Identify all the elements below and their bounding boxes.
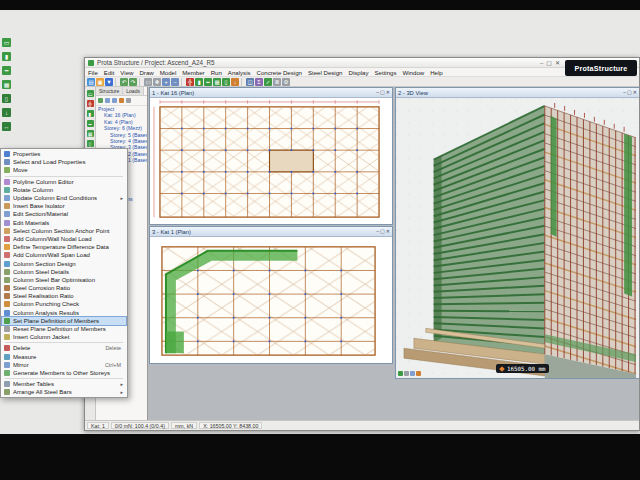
- plan1-title-bar[interactable]: 1 - Kat 16 (Plan) – ▢ ✕: [150, 88, 392, 98]
- plan1-canvas[interactable]: [150, 98, 392, 224]
- plan2-title-bar[interactable]: 3 - Kat 1 (Plan) – ▢ ✕: [150, 227, 392, 237]
- tree-toolbar-icon[interactable]: [105, 98, 110, 103]
- title-bar[interactable]: Prota Structure / Project: Ascend_A24_R5…: [85, 58, 639, 68]
- menu-item[interactable]: Concrete Design: [254, 69, 305, 76]
- context-menu-item[interactable]: Delete Delete: [2, 344, 126, 352]
- context-menu-item[interactable]: Member Tables ▸: [2, 380, 126, 388]
- context-menu-item[interactable]: Reset Plane Definition of Members: [2, 325, 126, 333]
- pan-3d-icon[interactable]: [410, 371, 415, 376]
- dock-icon[interactable]: ▯: [87, 140, 94, 147]
- context-menu-item[interactable]: Select and Load Properties: [2, 158, 126, 166]
- floating-toolbar-icon[interactable]: ━: [2, 66, 11, 75]
- tree-toolbar-icon[interactable]: [126, 98, 131, 103]
- context-menu-item[interactable]: Rotate Column: [2, 186, 126, 194]
- menu-item[interactable]: Model: [157, 69, 180, 76]
- toolbar-icon[interactable]: ╬: [186, 78, 194, 86]
- context-menu-item[interactable]: Edit Section/Material: [2, 210, 126, 218]
- menu-item[interactable]: Analysis: [225, 69, 254, 76]
- menu-item[interactable]: Run: [208, 69, 225, 76]
- dock-icon[interactable]: ━: [87, 120, 94, 127]
- toolbar-icon[interactable]: ▤: [87, 78, 95, 86]
- context-menu-item[interactable]: Arrange All Steel Bars ▸: [2, 388, 126, 396]
- toolbar-icon[interactable]: ↶: [120, 78, 128, 86]
- context-menu-item[interactable]: Edit Materials: [2, 219, 126, 227]
- toolbar-icon[interactable]: ▮: [195, 78, 203, 86]
- context-menu-item[interactable]: Column Section Design: [2, 259, 126, 267]
- floating-toolbar-icon[interactable]: ↓: [2, 108, 11, 117]
- tree-item[interactable]: Storey: 6 (Mezz): [96, 125, 147, 131]
- menu-item[interactable]: View: [117, 69, 136, 76]
- plan1-minimize-button[interactable]: –: [376, 90, 379, 95]
- tree-toolbar-icon[interactable]: [98, 98, 103, 103]
- menu-item[interactable]: Display: [346, 69, 372, 76]
- floating-toolbar-icon[interactable]: ▭: [2, 38, 11, 47]
- menu-item[interactable]: Settings: [371, 69, 399, 76]
- close-button[interactable]: ✕: [555, 60, 560, 66]
- toolbar-icon[interactable]: Σ: [255, 78, 263, 86]
- toolbar-icon[interactable]: ↓: [231, 78, 239, 86]
- toolbar-icon[interactable]: ✓: [264, 78, 272, 86]
- toolbar-icon[interactable]: ━: [204, 78, 212, 86]
- toolbar-icon[interactable]: ▼: [105, 78, 113, 86]
- context-menu-item[interactable]: Update Column End Conditions ▸: [2, 194, 126, 202]
- toolbar-icon[interactable]: ↷: [129, 78, 137, 86]
- view3d-maximize-button[interactable]: ▢: [627, 90, 632, 95]
- menu-item[interactable]: Member: [179, 69, 207, 76]
- view3d-close-button[interactable]: ✕: [633, 90, 637, 95]
- plan1-maximize-button[interactable]: ▢: [380, 90, 385, 95]
- context-menu-item[interactable]: Column Analysis Results: [2, 309, 126, 317]
- toolbar-icon[interactable]: ▣: [96, 78, 104, 86]
- toolbar-icon[interactable]: ⚙: [282, 78, 290, 86]
- context-menu-item[interactable]: Column Steel Details: [2, 268, 126, 276]
- tree-toolbar-icon[interactable]: [119, 98, 124, 103]
- toolbar-icon[interactable]: +: [162, 78, 170, 86]
- menu-item[interactable]: Window: [400, 69, 428, 76]
- context-menu-item[interactable]: Mirror Ctrl+M: [2, 361, 126, 369]
- plan2-minimize-button[interactable]: –: [376, 229, 379, 234]
- plan1-close-button[interactable]: ✕: [386, 90, 390, 95]
- menu-item[interactable]: File: [85, 69, 101, 76]
- toolbar-icon[interactable]: ▭: [144, 78, 152, 86]
- context-menu-item[interactable]: Column Steel Bar Optimisation: [2, 276, 126, 284]
- context-menu-item[interactable]: Generate Members to Other Storeys: [2, 369, 126, 377]
- floating-toolbar-icon[interactable]: ▦: [2, 80, 11, 89]
- dock-icon[interactable]: ▮: [87, 110, 94, 117]
- view3d-title-bar[interactable]: 2 - 3D View – ▢ ✕: [396, 88, 639, 98]
- plan2-close-button[interactable]: ✕: [386, 229, 390, 234]
- context-menu-item[interactable]: Polyline Column Editor: [2, 178, 126, 186]
- plan2-canvas[interactable]: [150, 237, 392, 363]
- context-menu-item[interactable]: Column Punching Check: [2, 300, 126, 308]
- plan2-maximize-button[interactable]: ▢: [380, 229, 385, 234]
- view3d-minimize-button[interactable]: –: [623, 90, 626, 95]
- toolbar-icon[interactable]: ◫: [246, 78, 254, 86]
- floating-toolbar-icon[interactable]: ▮: [2, 52, 11, 61]
- context-menu-item[interactable]: Add Column/Wall Span Load: [2, 251, 126, 259]
- toolbar-icon[interactable]: ▯: [222, 78, 230, 86]
- view3d-canvas[interactable]: 16505.00 mm: [396, 98, 639, 378]
- context-menu-item[interactable]: Steel Corrosion Ratio: [2, 284, 126, 292]
- menu-item[interactable]: Draw: [136, 69, 156, 76]
- context-menu-item[interactable]: Set Plane Definition of Members: [2, 317, 126, 325]
- context-menu-item[interactable]: Define Temperature Difference Data: [2, 243, 126, 251]
- orbit-icon[interactable]: [398, 371, 403, 376]
- context-menu-item[interactable]: Insert Column Jacket: [2, 333, 126, 341]
- context-menu-item[interactable]: Add Column/Wall Nodal Load: [2, 235, 126, 243]
- tree-toolbar-icon[interactable]: [112, 98, 117, 103]
- toolbar-icon[interactable]: ✥: [153, 78, 161, 86]
- context-menu-item[interactable]: Select Column Section Anchor Point: [2, 227, 126, 235]
- toolbar-icon[interactable]: ▦: [213, 78, 221, 86]
- menu-item[interactable]: Steel Design: [305, 69, 346, 76]
- maximize-button[interactable]: ▢: [546, 60, 552, 66]
- tree-tab[interactable]: Loads: [123, 87, 144, 95]
- floating-toolbar-icon[interactable]: ↔: [2, 122, 11, 131]
- toolbar-icon[interactable]: −: [171, 78, 179, 86]
- walkthrough-icon[interactable]: [416, 371, 421, 376]
- context-menu-item[interactable]: Move: [2, 166, 126, 174]
- context-menu-item[interactable]: Properties: [2, 150, 126, 158]
- context-menu-item[interactable]: Insert Base Isolator: [2, 202, 126, 210]
- minimize-button[interactable]: –: [540, 60, 543, 66]
- dock-icon[interactable]: ▦: [87, 130, 94, 137]
- zoom-extents-icon[interactable]: [404, 371, 409, 376]
- menu-item[interactable]: Help: [427, 69, 446, 76]
- floating-toolbar-icon[interactable]: ▯: [2, 94, 11, 103]
